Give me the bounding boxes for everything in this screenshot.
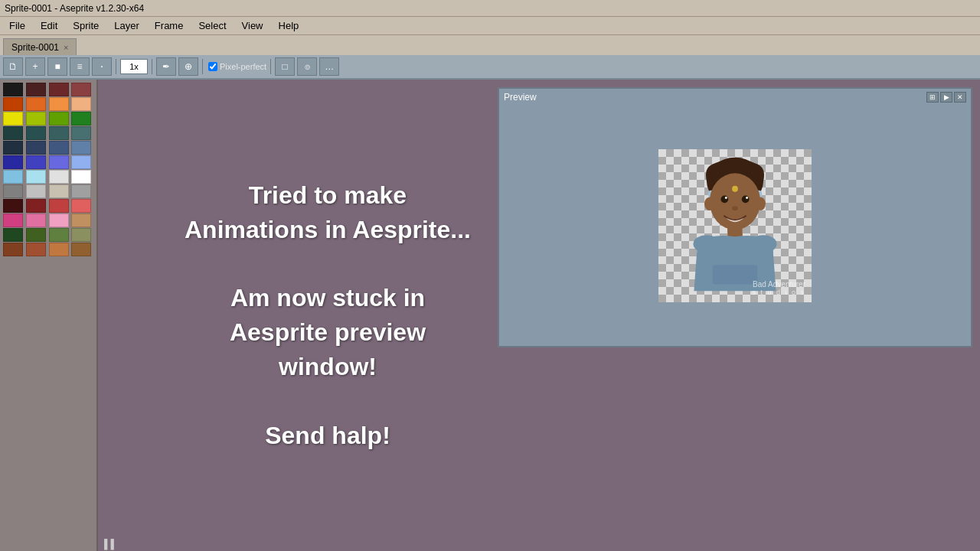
color-swatch-36[interactable] xyxy=(3,214,23,227)
color-swatch-3[interactable] xyxy=(71,83,91,96)
palette-grid xyxy=(3,83,93,256)
color-swatch-27[interactable] xyxy=(71,170,91,184)
color-swatch-45[interactable] xyxy=(26,243,46,256)
color-swatch-35[interactable] xyxy=(71,199,91,213)
svg-point-12 xyxy=(755,197,766,210)
tab-bar: Sprite-0001 × xyxy=(0,35,980,55)
canvas-line-4: Aesprite preview xyxy=(136,315,519,350)
selection-mode-button[interactable]: ⊕ xyxy=(178,57,198,76)
selection-lasso-button[interactable]: ⌾ xyxy=(297,57,317,76)
zoom-input[interactable] xyxy=(120,59,148,74)
color-palette xyxy=(0,80,96,259)
studio-name: Bad Adventurer xyxy=(752,280,805,289)
preview-window: Preview ⊞ ▶ ✕ xyxy=(498,87,972,347)
menu-file[interactable]: File xyxy=(3,18,31,33)
preview-controls: ⊞ ▶ ✕ xyxy=(926,92,966,103)
color-swatch-34[interactable] xyxy=(49,199,69,213)
color-swatch-7[interactable] xyxy=(71,97,91,111)
delete-frame-button[interactable]: ■ xyxy=(47,57,67,76)
color-swatch-40[interactable] xyxy=(3,228,23,242)
color-swatch-26[interactable] xyxy=(49,170,69,184)
toolbar-sep-1 xyxy=(116,59,116,74)
color-swatch-16[interactable] xyxy=(3,141,23,155)
color-swatch-18[interactable] xyxy=(49,141,69,155)
eyedropper-button[interactable]: ✒ xyxy=(156,57,176,76)
color-swatch-37[interactable] xyxy=(26,214,46,227)
svg-point-5 xyxy=(725,197,727,199)
color-swatch-5[interactable] xyxy=(26,97,46,111)
color-swatch-30[interactable] xyxy=(49,184,69,198)
svg-point-11 xyxy=(704,197,715,210)
color-swatch-17[interactable] xyxy=(26,141,46,155)
preview-close-button[interactable]: ✕ xyxy=(954,92,966,103)
menu-frame[interactable]: Frame xyxy=(149,18,190,33)
menu-layer[interactable]: Layer xyxy=(108,18,145,33)
pixel-perfect-label: Pixel-perfect xyxy=(208,62,266,71)
color-swatch-31[interactable] xyxy=(71,184,91,198)
color-swatch-24[interactable] xyxy=(3,170,23,184)
toolbar-sep-3 xyxy=(202,59,203,74)
color-swatch-19[interactable] xyxy=(71,141,91,155)
canvas-text: Tried to make Animations in Aesprite... … xyxy=(136,178,519,452)
selection-rect-button[interactable]: □ xyxy=(275,57,295,76)
color-swatch-32[interactable] xyxy=(3,199,23,213)
menu-help[interactable]: Help xyxy=(273,18,305,33)
sprite-preview: Bad Adventurer s t u d i o s xyxy=(658,149,812,302)
left-panel xyxy=(0,80,98,551)
color-swatch-11[interactable] xyxy=(71,112,91,126)
svg-rect-10 xyxy=(713,265,757,284)
color-swatch-39[interactable] xyxy=(71,214,91,227)
menu-edit[interactable]: Edit xyxy=(34,18,64,33)
menu-sprite[interactable]: Sprite xyxy=(67,18,105,33)
svg-point-8 xyxy=(732,186,738,192)
color-swatch-43[interactable] xyxy=(71,228,91,242)
color-swatch-4[interactable] xyxy=(3,97,23,111)
canvas-line-1: Tried to make xyxy=(136,178,519,213)
color-swatch-10[interactable] xyxy=(49,112,69,126)
add-frame-button[interactable]: + xyxy=(25,57,45,76)
color-swatch-41[interactable] xyxy=(26,228,46,242)
pixel-perfect-checkbox[interactable] xyxy=(208,62,217,71)
title-text: Sprite-0001 - Aseprite v1.2.30-x64 xyxy=(5,3,144,14)
color-swatch-28[interactable] xyxy=(3,184,23,198)
color-swatch-22[interactable] xyxy=(49,155,69,169)
color-swatch-46[interactable] xyxy=(49,243,69,256)
menu-bar: File Edit Sprite Layer Frame Select View… xyxy=(0,17,980,35)
color-swatch-20[interactable] xyxy=(3,155,23,169)
color-swatch-33[interactable] xyxy=(26,199,46,213)
color-swatch-23[interactable] xyxy=(71,155,91,169)
color-swatch-25[interactable] xyxy=(26,170,46,184)
color-swatch-9[interactable] xyxy=(26,112,46,126)
svg-point-3 xyxy=(720,196,728,204)
preview-fullscreen-button[interactable]: ⊞ xyxy=(926,92,939,103)
preview-play-button[interactable]: ▶ xyxy=(940,92,952,103)
new-sprite-button[interactable]: 🗋 xyxy=(3,57,23,76)
color-swatch-0[interactable] xyxy=(3,83,23,96)
properties-button[interactable]: ≡ xyxy=(70,57,90,76)
sprite-tab[interactable]: Sprite-0001 × xyxy=(3,38,77,55)
more-options-button[interactable]: … xyxy=(319,57,339,76)
color-swatch-15[interactable] xyxy=(71,126,91,140)
color-swatch-29[interactable] xyxy=(26,184,46,198)
preview-titlebar: Preview ⊞ ▶ ✕ xyxy=(499,89,971,106)
dot-button[interactable]: · xyxy=(92,57,112,76)
tab-close-button[interactable]: × xyxy=(64,43,68,52)
color-swatch-42[interactable] xyxy=(49,228,69,242)
menu-select[interactable]: Select xyxy=(192,18,232,33)
color-swatch-38[interactable] xyxy=(49,214,69,227)
frame-indicator: ▐▐ xyxy=(101,539,114,549)
color-swatch-12[interactable] xyxy=(3,126,23,140)
svg-point-4 xyxy=(742,196,750,204)
svg-point-6 xyxy=(746,197,748,199)
color-swatch-13[interactable] xyxy=(26,126,46,140)
color-swatch-14[interactable] xyxy=(49,126,69,140)
color-swatch-6[interactable] xyxy=(49,97,69,111)
color-swatch-44[interactable] xyxy=(3,243,23,256)
menu-view[interactable]: View xyxy=(236,18,270,33)
color-swatch-47[interactable] xyxy=(71,243,91,256)
color-swatch-8[interactable] xyxy=(3,112,23,126)
color-swatch-1[interactable] xyxy=(26,83,46,96)
color-swatch-2[interactable] xyxy=(49,83,69,96)
title-bar: Sprite-0001 - Aseprite v1.2.30-x64 xyxy=(0,0,980,17)
color-swatch-21[interactable] xyxy=(26,155,46,169)
